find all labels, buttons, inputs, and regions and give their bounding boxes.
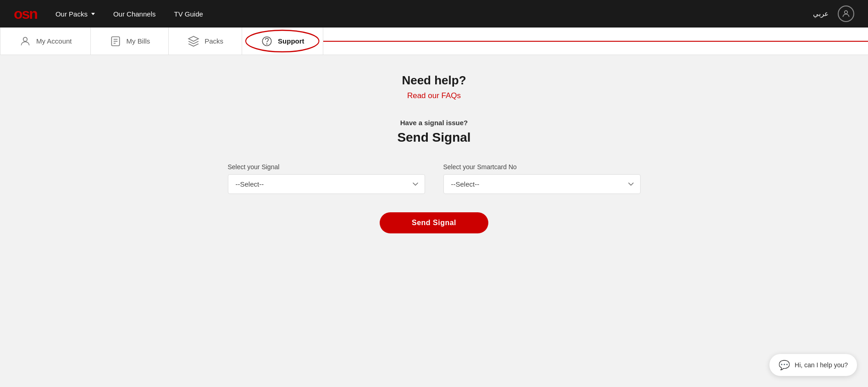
logo-s: s <box>22 6 29 22</box>
signal-select[interactable]: --Select-- <box>228 174 425 194</box>
sub-nav-my-bills[interactable]: My Bills <box>91 28 169 55</box>
svg-point-0 <box>845 11 848 14</box>
user-icon <box>841 9 851 18</box>
top-nav-right: عربي <box>813 6 854 22</box>
sub-nav-support[interactable]: Support <box>242 28 323 55</box>
signal-issue-label: Have a signal issue? <box>400 119 468 127</box>
support-icon <box>260 35 273 48</box>
active-tab-line <box>323 41 868 42</box>
sub-nav-my-account[interactable]: My Account <box>0 28 91 55</box>
nav-tv-guide[interactable]: TV Guide <box>174 10 203 18</box>
chat-widget[interactable]: 💬 Hi, can I help you? <box>769 354 857 376</box>
logo[interactable]: osn <box>14 6 37 22</box>
chevron-down-icon <box>91 13 95 15</box>
signal-select-label: Select your Signal <box>228 163 425 171</box>
sub-nav-packs[interactable]: Packs <box>169 28 242 55</box>
need-help-title: Need help? <box>402 73 466 88</box>
chat-bubble-icon: 💬 <box>779 359 790 370</box>
smartcard-select[interactable]: --Select-- <box>443 174 641 194</box>
chat-text: Hi, can I help you? <box>795 361 848 369</box>
nav-our-packs[interactable]: Our Packs <box>55 10 95 18</box>
svg-point-1 <box>23 37 28 41</box>
smartcard-form-group: Select your Smartcard No --Select-- <box>443 163 641 194</box>
user-account-button[interactable] <box>838 6 854 22</box>
nav-our-channels[interactable]: Our Channels <box>113 10 156 18</box>
sub-nav: My Account My Bills Packs <box>0 28 868 55</box>
send-signal-title: Send Signal <box>397 130 470 145</box>
signal-form-group: Select your Signal --Select-- <box>228 163 425 194</box>
send-signal-button[interactable]: Send Signal <box>380 212 488 233</box>
logo-o: o <box>14 6 22 22</box>
logo-n: n <box>29 6 37 22</box>
bills-icon <box>109 35 122 48</box>
form-row: Select your Signal --Select-- Select you… <box>228 163 641 194</box>
top-nav: osn Our Packs Our Channels TV Guide عربي <box>0 0 868 28</box>
svg-point-7 <box>267 44 267 44</box>
account-icon <box>19 35 32 48</box>
packs-icon <box>187 35 200 48</box>
language-toggle[interactable]: عربي <box>813 10 829 18</box>
main-content: Need help? Read our FAQs Have a signal i… <box>0 55 868 387</box>
top-nav-left: osn Our Packs Our Channels TV Guide <box>14 6 203 22</box>
smartcard-select-label: Select your Smartcard No <box>443 163 641 171</box>
faq-link[interactable]: Read our FAQs <box>407 91 461 100</box>
